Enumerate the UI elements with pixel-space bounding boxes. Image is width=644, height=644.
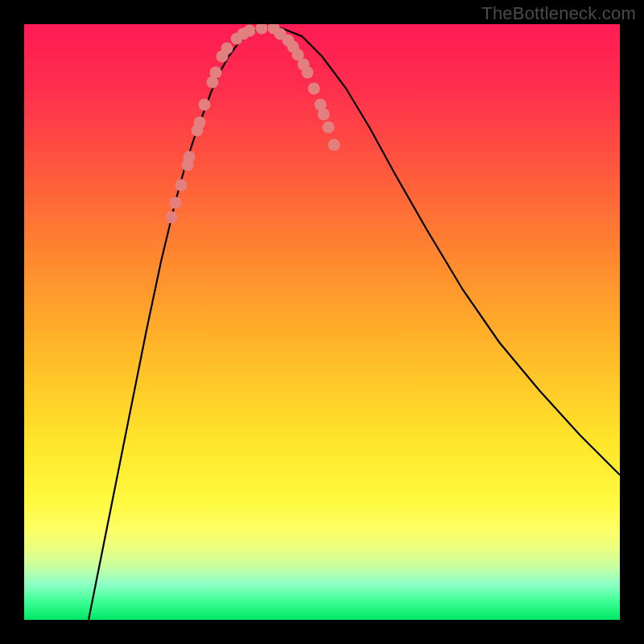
highlight-dot [244,25,256,37]
highlight-dot [308,83,320,95]
highlight-dot [184,151,196,163]
highlight-dot [166,212,178,224]
highlight-dot [210,67,222,79]
highlight-dots-group [166,24,341,224]
highlight-dot [221,43,233,55]
chart-svg-overlay [24,24,620,620]
watermark-text: TheBottleneck.com [481,3,636,24]
plot-area [24,24,620,620]
highlight-dot [175,180,188,192]
highlight-dot [328,139,341,151]
highlight-dot [256,24,268,35]
bottleneck-curve [89,28,620,620]
highlight-dot [170,197,182,209]
highlight-dot [199,99,211,111]
highlight-dot [323,122,335,134]
chart-frame: TheBottleneck.com [0,0,644,644]
highlight-dot [318,109,330,121]
highlight-dot [302,67,314,79]
highlight-dot [194,117,206,129]
